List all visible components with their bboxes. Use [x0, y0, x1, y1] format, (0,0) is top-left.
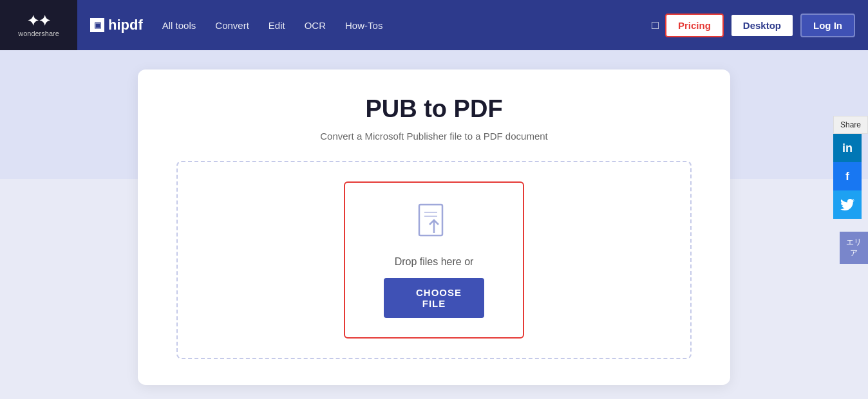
linkedin-share-button[interactable]: in [833, 134, 862, 162]
page-subtitle: Convert a Microsoft Publisher file to a … [176, 131, 692, 142]
wondershare-logo-icon: ✦✦ [27, 13, 50, 30]
drop-text: Drop files here or [395, 256, 474, 268]
nav-links: All tools Convert Edit OCR How-Tos [162, 20, 645, 31]
main-content: PUB to PDF Convert a Microsoft Publisher… [0, 50, 868, 399]
pricing-button[interactable]: Pricing [665, 14, 724, 37]
hipdf-brand[interactable]: ▣ hipdf [90, 17, 143, 33]
desktop-button[interactable]: Desktop [730, 14, 794, 37]
side-share-panel: Share in f [833, 116, 868, 219]
nav-edit[interactable]: Edit [269, 20, 285, 31]
hipdf-icon: ▣ [90, 18, 104, 32]
hipdf-name: hipdf [108, 17, 143, 33]
login-button[interactable]: Log In [800, 14, 855, 37]
nav-convert[interactable]: Convert [215, 20, 249, 31]
main-card: PUB to PDF Convert a Microsoft Publisher… [138, 70, 730, 385]
logo-block: ✦✦ wondershare [0, 0, 77, 50]
drop-zone-wrapper[interactable]: Drop files here or CHOOSE FILE [176, 161, 692, 359]
mobile-icon-button[interactable]: □ [652, 19, 659, 32]
navbar: ✦✦ wondershare ▣ hipdf All tools Convert… [0, 0, 868, 50]
nav-howtos[interactable]: How-Tos [345, 20, 382, 31]
page-title: PUB to PDF [176, 95, 692, 123]
nav-all-tools[interactable]: All tools [162, 20, 196, 31]
svg-rect-0 [419, 205, 442, 236]
nav-ocr[interactable]: OCR [305, 20, 326, 31]
choose-file-button[interactable]: CHOOSE FILE [384, 278, 484, 318]
share-label: Share [833, 116, 868, 134]
drop-zone-inner[interactable]: Drop files here or CHOOSE FILE [344, 181, 524, 339]
upload-icon [417, 202, 451, 246]
facebook-share-button[interactable]: f [833, 162, 862, 190]
nav-actions: □ Pricing Desktop Log In [652, 14, 855, 37]
wondershare-brand-text: wondershare [18, 30, 59, 37]
twitter-share-button[interactable] [833, 190, 862, 219]
